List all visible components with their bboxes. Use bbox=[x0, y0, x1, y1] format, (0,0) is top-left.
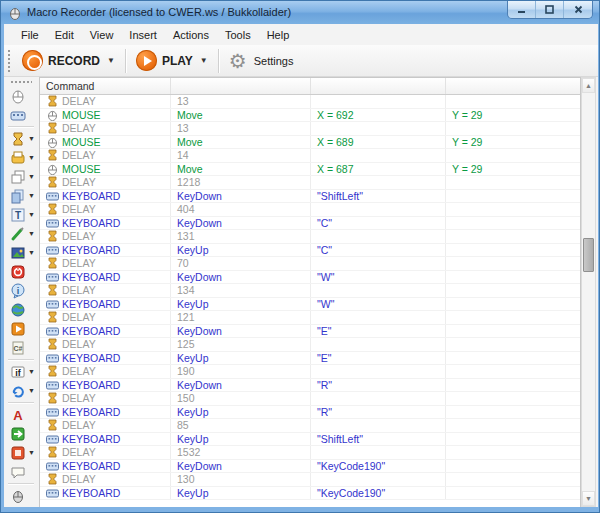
table-row-keyboard[interactable]: KEYBOARDKeyUp"KeyCode190" bbox=[40, 487, 580, 501]
menu-item-view[interactable]: View bbox=[82, 26, 122, 44]
table-row-keyboard[interactable]: KEYBOARDKeyDown"ShiftLeft" bbox=[40, 190, 580, 204]
param2-cell: "R" bbox=[311, 379, 446, 392]
maximize-button[interactable] bbox=[536, 1, 564, 18]
delay-hourglass-icon bbox=[10, 131, 26, 147]
table-row-mouse[interactable]: MOUSEMoveX = 687Y = 29 bbox=[40, 163, 580, 177]
minimize-button[interactable] bbox=[508, 1, 536, 18]
menu-item-file[interactable]: File bbox=[13, 26, 47, 44]
record-button[interactable]: RECORD ▼ bbox=[16, 47, 121, 74]
sidebar-button-website-globe[interactable] bbox=[4, 300, 38, 319]
column-header-3[interactable] bbox=[311, 78, 446, 94]
table-row-keyboard[interactable]: KEYBOARDKeyUp"ShiftLeft" bbox=[40, 433, 580, 447]
chevron-down-icon[interactable]: ▼ bbox=[28, 154, 35, 161]
record-dropdown-caret[interactable]: ▼ bbox=[107, 56, 115, 65]
close-button[interactable] bbox=[564, 1, 592, 18]
menu-item-edit[interactable]: Edit bbox=[47, 26, 82, 44]
sidebar-button-csharp-code[interactable]: C# bbox=[4, 338, 38, 357]
chevron-down-icon[interactable]: ▼ bbox=[28, 368, 35, 375]
sidebar-button-shutdown[interactable] bbox=[4, 262, 38, 281]
sidebar-button-stop[interactable]: ▼ bbox=[4, 443, 38, 462]
pixel-pen-icon bbox=[10, 226, 26, 242]
table-row-delay[interactable]: DELAY190 bbox=[40, 365, 580, 379]
table-row-delay[interactable]: DELAY150 bbox=[40, 392, 580, 406]
sidebar-button-mouse[interactable] bbox=[4, 86, 38, 105]
scrollbar-thumb[interactable] bbox=[583, 238, 594, 272]
sidebar-button-if-statement[interactable]: if▼ bbox=[4, 362, 38, 381]
menu-item-actions[interactable]: Actions bbox=[165, 26, 217, 44]
sidebar-button-type-text[interactable]: T▼ bbox=[4, 205, 38, 224]
play-dropdown-caret[interactable]: ▼ bbox=[200, 56, 208, 65]
column-header-2[interactable] bbox=[171, 78, 311, 94]
table-row-mouse[interactable]: MOUSEMoveX = 692Y = 29 bbox=[40, 109, 580, 123]
table-row-delay[interactable]: DELAY1532 bbox=[40, 446, 580, 460]
table-row-delay[interactable]: DELAY1218 bbox=[40, 176, 580, 190]
table-row-keyboard[interactable]: KEYBOARDKeyDown"R" bbox=[40, 379, 580, 393]
sidebar-button-loop[interactable]: ▼ bbox=[4, 381, 38, 400]
table-row-delay[interactable]: DELAY13 bbox=[40, 95, 580, 109]
table-row-keyboard[interactable]: KEYBOARDKeyDown"E" bbox=[40, 325, 580, 339]
table-body: DELAY13MOUSEMoveX = 692Y = 29DELAY13MOUS… bbox=[40, 95, 580, 500]
table-row-mouse[interactable]: MOUSEMoveX = 689Y = 29 bbox=[40, 136, 580, 150]
vertical-scrollbar[interactable]: ▲ ▼ bbox=[581, 77, 596, 507]
chevron-down-icon[interactable]: ▼ bbox=[28, 135, 35, 142]
toolbar-gripper[interactable] bbox=[7, 49, 12, 73]
sidebar-button-keyboard[interactable] bbox=[4, 105, 38, 124]
table-row-keyboard[interactable]: KEYBOARDKeyDown"C" bbox=[40, 217, 580, 231]
chevron-down-icon[interactable]: ▼ bbox=[28, 211, 35, 218]
table-row-delay[interactable]: DELAY130 bbox=[40, 473, 580, 487]
table-row-delay[interactable]: DELAY70 bbox=[40, 257, 580, 271]
param3-cell bbox=[446, 473, 580, 486]
sidebar-gripper[interactable] bbox=[10, 80, 32, 84]
param3-cell bbox=[446, 446, 580, 459]
chevron-down-icon[interactable]: ▼ bbox=[28, 449, 35, 456]
titlebar[interactable]: Macro Recorder (licensed to CWER.ws / Bu… bbox=[1, 1, 600, 24]
settings-button[interactable]: ⚙ Settings bbox=[223, 48, 300, 74]
menu-item-help[interactable]: Help bbox=[259, 26, 298, 44]
menu-item-insert[interactable]: Insert bbox=[121, 26, 165, 44]
menu-item-tools[interactable]: Tools bbox=[217, 26, 259, 44]
table-row-delay[interactable]: DELAY121 bbox=[40, 311, 580, 325]
column-header-4[interactable] bbox=[446, 78, 580, 94]
sidebar-button-find-image[interactable]: ▼ bbox=[4, 243, 38, 262]
chevron-down-icon[interactable]: ▼ bbox=[28, 173, 35, 180]
mouse-pointer-icon bbox=[10, 488, 26, 504]
play-button[interactable]: PLAY ▼ bbox=[130, 47, 214, 74]
sidebar-button-mouse-pointer[interactable] bbox=[4, 486, 38, 505]
sidebar-button-launch-file[interactable]: ▼ bbox=[4, 148, 38, 167]
sidebar-button-goto[interactable] bbox=[4, 424, 38, 443]
sidebar-button-comment[interactable] bbox=[4, 462, 38, 481]
table-row-delay[interactable]: DELAY134 bbox=[40, 284, 580, 298]
table-row-keyboard[interactable]: KEYBOARDKeyUp"E" bbox=[40, 352, 580, 366]
sidebar-button-delay-hourglass[interactable]: ▼ bbox=[4, 129, 38, 148]
table-row-keyboard[interactable]: KEYBOARDKeyUp"W" bbox=[40, 298, 580, 312]
table-row-delay[interactable]: DELAY131 bbox=[40, 230, 580, 244]
sidebar-button-window-command[interactable]: ▼ bbox=[4, 167, 38, 186]
param2-cell bbox=[311, 338, 446, 351]
sidebar-button-clipboard[interactable]: ▼ bbox=[4, 186, 38, 205]
delay-row-icon bbox=[46, 284, 59, 296]
table-row-delay[interactable]: DELAY125 bbox=[40, 338, 580, 352]
chevron-down-icon[interactable]: ▼ bbox=[28, 192, 35, 199]
delay-row-icon bbox=[46, 257, 59, 269]
chevron-down-icon[interactable]: ▼ bbox=[28, 230, 35, 237]
chevron-down-icon[interactable]: ▼ bbox=[28, 249, 35, 256]
delay-row-icon bbox=[46, 176, 59, 188]
table-row-keyboard[interactable]: KEYBOARDKeyUp"C" bbox=[40, 244, 580, 258]
sidebar-button-run-program[interactable] bbox=[4, 319, 38, 338]
param3-cell bbox=[446, 352, 580, 365]
sidebar-button-label[interactable]: A bbox=[4, 405, 38, 424]
scroll-down-button[interactable]: ▼ bbox=[582, 491, 595, 506]
table-row-keyboard[interactable]: KEYBOARDKeyUp"R" bbox=[40, 406, 580, 420]
param3-cell bbox=[446, 460, 580, 473]
table-row-keyboard[interactable]: KEYBOARDKeyDown"KeyCode190" bbox=[40, 460, 580, 474]
table-row-keyboard[interactable]: KEYBOARDKeyDown"W" bbox=[40, 271, 580, 285]
table-row-delay[interactable]: DELAY85 bbox=[40, 419, 580, 433]
sidebar-button-tooltip-info[interactable]: i bbox=[4, 281, 38, 300]
table-row-delay[interactable]: DELAY14 bbox=[40, 149, 580, 163]
chevron-down-icon[interactable]: ▼ bbox=[28, 387, 35, 394]
table-row-delay[interactable]: DELAY404 bbox=[40, 203, 580, 217]
column-header-command[interactable]: Command bbox=[40, 78, 171, 94]
scroll-up-button[interactable]: ▲ bbox=[582, 78, 595, 93]
sidebar-button-pixel-pen[interactable]: ▼ bbox=[4, 224, 38, 243]
table-row-delay[interactable]: DELAY13 bbox=[40, 122, 580, 136]
